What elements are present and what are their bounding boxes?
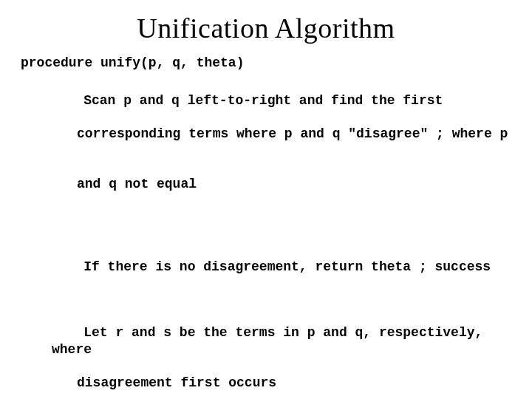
procedure-signature: procedure unify(p, q, theta) <box>21 55 511 72</box>
slide: Unification Algorithm procedure unify(p,… <box>0 0 532 399</box>
step-scan-line3: and q not equal <box>52 176 511 193</box>
step-scan: Scan p and q left-to-right and find the … <box>52 76 511 226</box>
step-let-rs: Let r and s be the terms in p and q, res… <box>52 308 511 400</box>
step-no-disagreement: If there is no disagreement, return thet… <box>52 242 511 292</box>
step-let-rs-line1: Let r and s be the terms in p and q, res… <box>52 325 491 357</box>
step-scan-line1: Scan p and q left-to-right and find the … <box>83 93 443 108</box>
step-scan-line2: corresponding terms where p and q "disag… <box>52 126 511 143</box>
slide-title: Unification Algorithm <box>21 12 511 44</box>
step-let-rs-line2: disagreement first occurs <box>52 375 511 392</box>
step-no-disagreement-line: If there is no disagreement, return thet… <box>83 259 491 274</box>
